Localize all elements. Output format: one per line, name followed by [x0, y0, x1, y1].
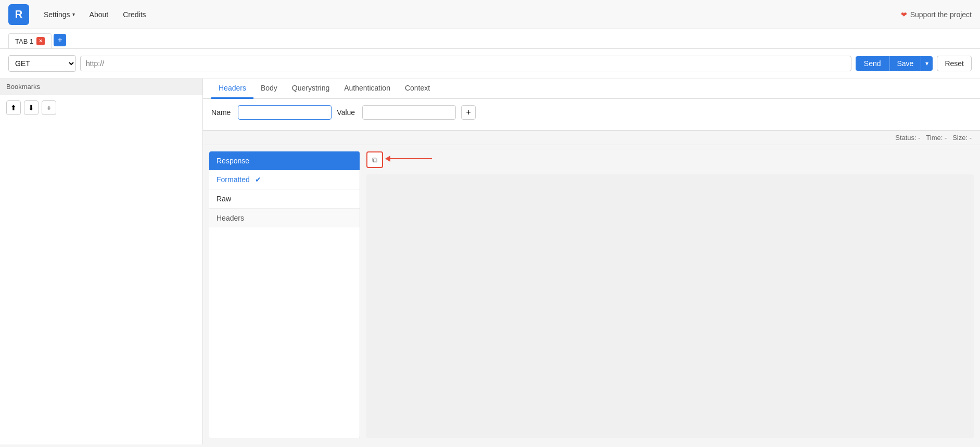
settings-label: Settings [44, 10, 70, 19]
reset-button[interactable]: Reset [937, 56, 972, 71]
url-input[interactable] [80, 56, 851, 71]
header-input-row: Name Value + [203, 99, 980, 126]
name-label: Name [211, 108, 231, 117]
request-bar: GET POST PUT DELETE PATCH HEAD OPTIONS S… [0, 49, 980, 79]
tab-context[interactable]: Context [398, 79, 437, 99]
nav-credits[interactable]: Credits [117, 6, 152, 23]
value-label: Value [337, 108, 355, 117]
send-button[interactable]: Send [856, 56, 889, 71]
size-label: Size: [952, 134, 968, 142]
response-section: Status: - Time: - Size: - Response Forma… [203, 130, 980, 444]
status-value: - [918, 134, 920, 142]
add-tab-button[interactable]: + [54, 34, 66, 46]
app-header: R Settings ▾ About Credits ❤ Support the… [0, 0, 980, 29]
tab-1[interactable]: TAB 1 ✕ [8, 33, 52, 48]
export-bookmarks-button[interactable]: ⬇ [24, 100, 39, 115]
app-logo: R [8, 4, 29, 25]
response-formatted-item[interactable]: Formatted ✔ [209, 170, 360, 189]
arrow-head-icon [385, 156, 390, 162]
response-content-area [366, 174, 974, 438]
copy-icon: ⧉ [372, 156, 377, 164]
method-select[interactable]: GET POST PUT DELETE PATCH HEAD OPTIONS [8, 55, 76, 72]
settings-chevron-icon: ▾ [72, 11, 75, 17]
save-dropdown-button[interactable]: ▾ [921, 56, 933, 71]
response-raw-item[interactable]: Raw [209, 189, 360, 209]
response-headers-label: Headers [217, 214, 244, 222]
add-bookmark-button[interactable]: + [42, 100, 56, 115]
tab-querystring[interactable]: Querystring [285, 79, 337, 99]
response-title: Response [209, 151, 360, 170]
panel-tabs: Headers Body Querystring Authentication … [203, 79, 980, 99]
support-label[interactable]: Support the project [910, 10, 972, 19]
time-label: Time: [926, 134, 943, 142]
request-panel: Headers Body Querystring Authentication … [203, 79, 980, 444]
size-value: - [970, 134, 972, 142]
sidebar: Bookmarks ⬆ ⬇ + [0, 79, 203, 444]
tab-body[interactable]: Body [253, 79, 285, 99]
response-right-panel: ⧉ [366, 151, 974, 438]
send-save-group: Send Save ▾ [856, 56, 933, 71]
formatted-label: Formatted [217, 175, 250, 184]
nav-about[interactable]: About [83, 6, 115, 23]
arrow-line [390, 158, 432, 159]
save-button[interactable]: Save [889, 56, 921, 71]
response-body: Response Formatted ✔ Raw Headers [203, 145, 980, 444]
bookmarks-actions: ⬆ ⬇ + [0, 95, 202, 120]
tab-authentication[interactable]: Authentication [337, 79, 398, 99]
heart-icon: ❤ [901, 10, 907, 19]
copy-response-button[interactable]: ⧉ [366, 151, 383, 168]
status-label: Status: [895, 134, 916, 142]
add-header-button[interactable]: + [461, 105, 476, 120]
formatted-check-icon: ✔ [255, 175, 261, 184]
header-name-input[interactable] [238, 105, 332, 120]
raw-label: Raw [217, 195, 231, 203]
nav-links: Settings ▾ About Credits [37, 6, 152, 23]
header-right: ❤ Support the project [901, 10, 972, 19]
main-layout: Bookmarks ⬆ ⬇ + Headers Body Querystring… [0, 79, 980, 444]
import-bookmarks-button[interactable]: ⬆ [6, 100, 21, 115]
tab-bar: TAB 1 ✕ + [0, 29, 980, 49]
response-left-panel: Response Formatted ✔ Raw Headers [209, 151, 360, 438]
time-value: - [945, 134, 947, 142]
response-headers-item[interactable]: Headers [209, 209, 360, 227]
tab-1-close-button[interactable]: ✕ [36, 37, 45, 45]
nav-settings[interactable]: Settings ▾ [37, 6, 81, 23]
response-status-bar: Status: - Time: - Size: - [203, 131, 980, 145]
tab-headers[interactable]: Headers [211, 79, 253, 99]
tab-1-label: TAB 1 [15, 37, 33, 45]
bookmarks-header: Bookmarks [0, 79, 202, 95]
header-value-input[interactable] [362, 105, 456, 120]
arrow-indicator [385, 156, 432, 162]
